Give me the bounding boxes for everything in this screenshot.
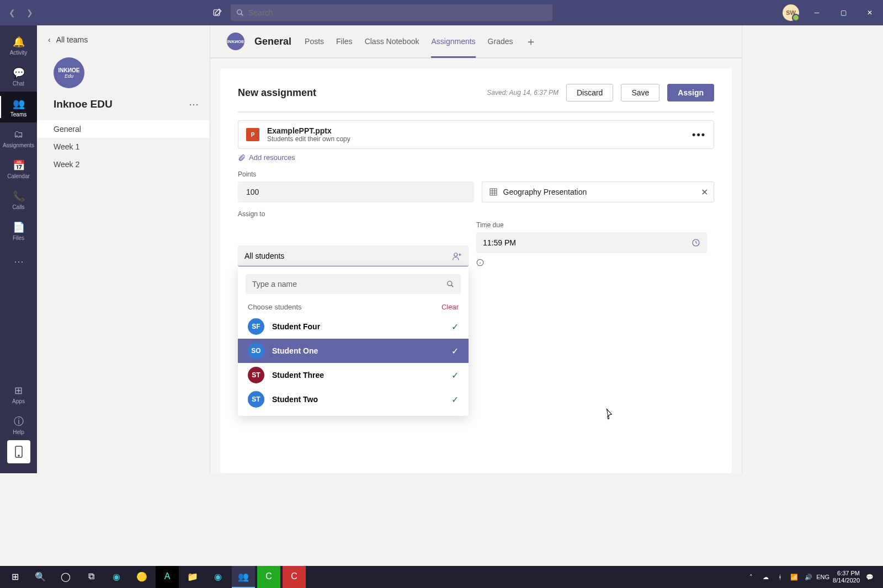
tab-assignments[interactable]: Assignments [431, 25, 475, 58]
tray-bluetooth-icon[interactable]: ᚼ [775, 573, 784, 581]
rail-files[interactable]: 📄Files [0, 215, 37, 246]
rail-calls[interactable]: 📞Calls [0, 184, 37, 215]
taskbar-edge2[interactable]: ◉ [206, 566, 230, 588]
people-add-icon[interactable] [452, 252, 462, 260]
student-row[interactable]: ST Student Two ✓ [238, 387, 469, 411]
right-pane [742, 25, 883, 473]
rail-assignments[interactable]: 🗂Assignments [0, 122, 37, 153]
tray-notifications-icon[interactable]: 💬 [865, 573, 874, 581]
team-logo[interactable]: INKИOE Edu [54, 57, 84, 88]
attachment-row[interactable]: P ExamplePPT.pptx Students edit their ow… [238, 120, 714, 149]
rail-label: Calendar [7, 173, 30, 179]
nav-forward-button[interactable]: ❯ [22, 5, 38, 20]
tab-class-notebook[interactable]: Class Notebook [365, 25, 419, 58]
close-button[interactable]: ✕ [861, 4, 879, 22]
taskbar-chrome[interactable]: 🟡 [130, 566, 153, 588]
add-tab-button[interactable]: ＋ [525, 34, 536, 49]
rail-chat[interactable]: 💬Chat [0, 61, 37, 92]
taskbar-explorer[interactable]: 📁 [181, 566, 204, 588]
rail-teams[interactable]: 👥Teams [0, 92, 37, 122]
tray-language-icon[interactable]: ENG [818, 573, 827, 581]
attachment-more-button[interactable]: ••• [692, 129, 706, 141]
discard-button[interactable]: Discard [566, 84, 613, 101]
attachment-subtitle: Students edit their own copy [267, 135, 350, 143]
assignment-title: New assignment [238, 87, 316, 99]
rubric-remove-button[interactable]: ✕ [701, 187, 708, 197]
student-list: SF Student Four ✓ SO Student One ✓ ST St… [238, 314, 469, 411]
search-icon [236, 9, 244, 17]
tab-posts[interactable]: Posts [305, 25, 324, 58]
start-button[interactable]: ⊞ [3, 566, 26, 588]
rail-apps[interactable]: ⊞Apps [0, 378, 37, 409]
taskbar-app-c2[interactable]: C [283, 566, 306, 588]
rail-activity[interactable]: 🔔Activity [0, 30, 37, 61]
student-search[interactable]: Type a name [246, 274, 461, 294]
channel-logo: INKИOE [227, 33, 244, 50]
channel-title: General [254, 36, 291, 47]
cursor-icon [603, 407, 615, 421]
maximize-button[interactable]: ▢ [834, 4, 852, 22]
clear-button[interactable]: Clear [442, 303, 459, 311]
taskbar-app-a[interactable]: A [156, 566, 179, 588]
tray-onedrive-icon[interactable]: ☁ [761, 573, 770, 581]
apps-icon: ⊞ [12, 384, 25, 397]
nav-back-button[interactable]: ❮ [4, 5, 20, 20]
check-icon: ✓ [451, 322, 459, 332]
team-more-button[interactable]: ⋯ [189, 98, 199, 110]
ch-logo-text: INKИOE [227, 39, 244, 44]
rail-label: Help [13, 429, 24, 435]
tray-volume-icon[interactable]: 🔊 [804, 573, 813, 581]
choose-students-label: Choose students [248, 303, 302, 311]
taskbar-app-c1[interactable]: C [257, 566, 280, 588]
search-bar[interactable] [231, 4, 552, 21]
compose-button[interactable] [209, 4, 226, 22]
time-due-input[interactable]: 11:59 PM [476, 232, 707, 253]
team-logo-text1: INKИOE [58, 67, 80, 73]
divider [238, 111, 714, 113]
calendar-icon: 📅 [12, 159, 25, 172]
taskbar-cortana[interactable]: ◯ [54, 566, 77, 588]
attachment-text: ExamplePPT.pptx Students edit their own … [267, 126, 350, 143]
student-row[interactable]: ST Student Three ✓ [238, 363, 469, 387]
student-name: Student One [272, 346, 444, 355]
minimize-button[interactable]: ─ [808, 4, 826, 22]
tab-files[interactable]: Files [336, 25, 353, 58]
channel-general[interactable]: General [37, 120, 210, 138]
files-icon: 📄 [12, 221, 25, 234]
rail-mobile-button[interactable] [7, 440, 30, 463]
add-resources-button[interactable]: Add resources [238, 153, 714, 162]
tray-wifi-icon[interactable]: 📶 [790, 573, 799, 581]
user-avatar[interactable]: SW [783, 4, 799, 21]
bell-icon: 🔔 [12, 35, 25, 49]
taskbar-teams[interactable]: 👥 [232, 566, 255, 588]
points-label: Points [238, 170, 714, 178]
points-input[interactable]: 100 [238, 181, 474, 202]
search-input[interactable] [248, 8, 547, 17]
rail-label: Teams [10, 111, 26, 117]
save-button[interactable]: Save [621, 84, 659, 101]
assignment-header: New assignment Saved: Aug 14, 6:37 PM Di… [238, 84, 714, 101]
assign-to-value: All students [244, 252, 284, 260]
rail-calendar[interactable]: 📅Calendar [0, 153, 37, 184]
tab-grades[interactable]: Grades [488, 25, 513, 58]
search-icon [446, 280, 454, 288]
svg-point-6 [454, 253, 458, 256]
taskbar-edge[interactable]: ◉ [105, 566, 128, 588]
channel-week1[interactable]: Week 1 [37, 138, 210, 156]
channel-week2[interactable]: Week 2 [37, 156, 210, 173]
rail-help[interactable]: ⓘHelp [0, 409, 37, 440]
assign-button[interactable]: Assign [667, 84, 714, 101]
app-rail: 🔔Activity 💬Chat 👥Teams 🗂Assignments 📅Cal… [0, 25, 37, 473]
taskbar-taskview[interactable]: ⧉ [79, 566, 103, 588]
content-area: New assignment Saved: Aug 14, 6:37 PM Di… [210, 58, 742, 473]
rubric-chip[interactable]: Geography Presentation ✕ [482, 181, 715, 202]
back-all-teams[interactable]: ‹ All teams [37, 35, 210, 53]
assign-to-dropdown[interactable]: All students [238, 245, 469, 266]
tray-chevron-icon[interactable]: ˄ [747, 573, 756, 581]
taskbar-search[interactable]: 🔍 [29, 566, 52, 588]
rail-more[interactable]: ⋯ [0, 246, 37, 277]
student-row[interactable]: SF Student Four ✓ [238, 314, 469, 339]
taskbar-clock[interactable]: 6:37 PM 8/14/2020 [833, 570, 860, 584]
taskbar: ⊞ 🔍 ◯ ⧉ ◉ 🟡 A 📁 ◉ 👥 C C ˄ ☁ ᚼ 📶 🔊 ENG 6:… [0, 566, 883, 588]
student-row[interactable]: SO Student One ✓ [238, 339, 469, 363]
